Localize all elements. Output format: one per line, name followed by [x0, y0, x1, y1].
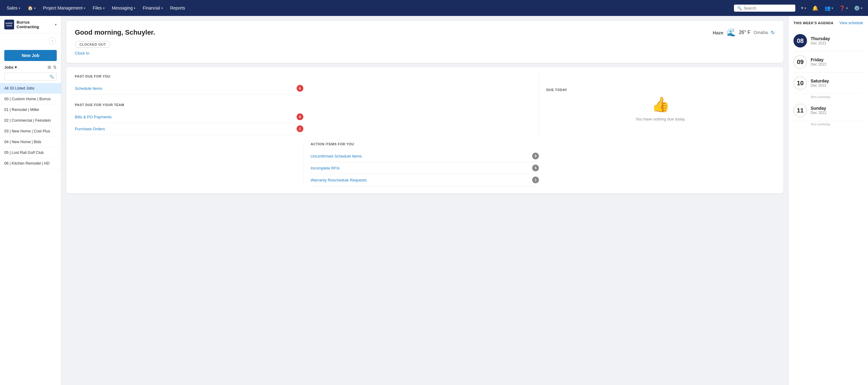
bell-icon: 🔔: [812, 5, 818, 11]
agenda-day-circle-1: 09: [794, 55, 807, 69]
top-navigation: Sales ▾ 🏠 ▾ Project Management ▾ Files ▾…: [0, 0, 868, 16]
past-due-team-title: PAST DUE FOR YOUR TEAM: [75, 103, 303, 107]
unconfirmed-schedule-link[interactable]: Unconfirmed Schedule Items: [311, 154, 362, 158]
incomplete-rfis-row: Incomplete RFIs 5: [311, 162, 539, 174]
dashboard-card: PAST DUE FOR YOU Schedule Items 6 PAST D…: [66, 67, 783, 193]
job-list-item-0[interactable]: All 33 Listed Jobs: [0, 83, 61, 94]
bills-po-payments-link[interactable]: Bills & PO Payments: [75, 115, 112, 119]
agenda-header: THIS WEEK'S AGENDA View schedule: [794, 21, 863, 26]
messaging-chevron-icon: ▾: [134, 6, 135, 10]
agenda-panel: THIS WEEK'S AGENDA View schedule 08Thurs…: [788, 16, 868, 385]
jobs-dropdown[interactable]: Jobs ▾: [4, 65, 17, 70]
incomplete-rfis-link[interactable]: Incomplete RFIs: [311, 166, 340, 170]
agenda-day-2[interactable]: 10SaturdayDec 2022Non-workday: [794, 73, 863, 99]
jobs-filter-row: Jobs ▾ ⊞ ⇅: [0, 63, 61, 71]
greeting-top: Good morning, Schuyler. Haze 🌊 26° F Oma…: [75, 28, 775, 37]
financial-chevron-icon: ▾: [161, 6, 163, 10]
filter-icons: ⊞ ⇅: [48, 65, 57, 70]
search-icon: 🔍: [737, 6, 742, 10]
add-button[interactable]: + ▾: [799, 4, 808, 12]
settings-button[interactable]: ⚙️ ▾: [852, 4, 864, 12]
schedule-items-link[interactable]: Schedule Items: [75, 86, 102, 91]
nav-project-management[interactable]: Project Management ▾: [40, 4, 88, 12]
jobs-search-icon: 🔍: [50, 74, 54, 79]
warranty-reschedule-link[interactable]: Warranty Reschedule Requests: [311, 178, 367, 182]
warranty-reschedule-row: Warranty Reschedule Requests 1: [311, 174, 539, 186]
new-job-button[interactable]: New Job: [4, 50, 57, 61]
job-list-item-4[interactable]: 03 | New Home | Cost Plus: [0, 126, 61, 137]
agenda-day-name-2: Saturday: [811, 78, 829, 84]
team-button[interactable]: 👥 ▾: [823, 4, 835, 12]
nav-messaging[interactable]: Messaging ▾: [109, 4, 138, 12]
agenda-day-name-1: Friday: [811, 57, 826, 62]
company-chevron-icon[interactable]: ▾: [55, 23, 57, 27]
sort-icon[interactable]: ⇅: [53, 65, 57, 70]
agenda-day-circle-3: 11: [794, 104, 807, 117]
help-icon: ❓: [839, 5, 845, 11]
nav-actions: + ▾ 🔔 👥 ▾ ❓ ▾ ⚙️ ▾: [799, 4, 864, 12]
jobs-search-bar[interactable]: 🔍: [4, 73, 57, 81]
job-list-item-7[interactable]: 06 | Kitchen Remodel | HD: [0, 158, 61, 169]
bills-po-payments-row: Bills & PO Payments 4: [75, 111, 303, 123]
team-chevron-icon: ▾: [832, 6, 833, 10]
home-chevron-icon: ▾: [34, 6, 36, 10]
agenda-day-row-1: 09FridayDec 2022: [794, 52, 863, 73]
refresh-icon[interactable]: ↻: [771, 30, 775, 36]
nav-files[interactable]: Files ▾: [90, 4, 107, 12]
action-items-section: ACTION ITEMS FOR YOU Unconfirmed Schedul…: [311, 142, 539, 186]
content-area: Good morning, Schuyler. Haze 🌊 26° F Oma…: [61, 16, 788, 385]
divider-2: [75, 142, 303, 186]
weather-label: Haze: [713, 30, 723, 35]
purchase-orders-link[interactable]: Purchase Orders: [75, 127, 105, 131]
help-button[interactable]: ❓ ▾: [837, 4, 849, 12]
filter-icon[interactable]: ⊞: [48, 65, 51, 70]
weather-temperature: 26° F: [739, 30, 750, 35]
agenda-day-3[interactable]: 11SundayDec 2022Non-workday: [794, 100, 863, 126]
agenda-day-1[interactable]: 09FridayDec 2022: [794, 52, 863, 73]
job-list-item-3[interactable]: 02 | Commercial | Feinstein: [0, 115, 61, 126]
sidebar-collapse-button[interactable]: ‹: [49, 37, 56, 44]
search-bar[interactable]: 🔍: [734, 5, 795, 12]
past-due-section: PAST DUE FOR YOU Schedule Items 6 PAST D…: [75, 74, 303, 135]
due-today-section: DUE TODAY 👍 You have nothing due today.: [546, 74, 775, 135]
job-list-item-6[interactable]: 05 | Lost Rail Golf Club: [0, 148, 61, 158]
view-schedule-link[interactable]: View schedule: [839, 21, 863, 25]
nav-home[interactable]: 🏠 ▾: [25, 4, 39, 12]
non-workday-label-3: Non-workday: [811, 122, 863, 126]
clock-in-link[interactable]: Clock In: [75, 51, 775, 56]
agenda-day-name-3: Sunday: [811, 106, 826, 111]
job-list-item-5[interactable]: 04 | New Home | Bids: [0, 137, 61, 148]
agenda-day-date-0: Dec 2022: [811, 41, 830, 45]
help-chevron-icon: ▾: [846, 6, 848, 10]
agenda-day-circle-2: 10: [794, 76, 807, 90]
gear-icon: ⚙️: [854, 5, 860, 11]
unconfirmed-schedule-row: Unconfirmed Schedule Items 9: [311, 150, 539, 162]
agenda-day-0[interactable]: 08ThursdayDec 2022: [794, 30, 863, 52]
weather-city: Omaha: [753, 30, 768, 35]
nav-financial[interactable]: Financial ▾: [140, 4, 166, 12]
notifications-button[interactable]: 🔔: [810, 4, 820, 12]
schedule-items-badge: 6: [297, 85, 303, 92]
greeting-text: Good morning, Schuyler.: [75, 29, 155, 36]
sidebar-header: buildertrend Burrus Contracting ▾: [0, 16, 61, 33]
job-list: All 33 Listed Jobs00 | Custom Home | Bur…: [0, 83, 61, 385]
agenda-day-circle-0: 08: [794, 34, 807, 47]
due-today-title: DUE TODAY: [546, 88, 567, 92]
agenda-days: 08ThursdayDec 202209FridayDec 202210Satu…: [794, 30, 863, 126]
jobs-search-input[interactable]: [7, 74, 48, 79]
sales-chevron-icon: ▾: [19, 6, 20, 10]
job-list-item-2[interactable]: 01 | Remodel | Miller: [0, 104, 61, 115]
weather-icon: 🌊: [726, 28, 736, 37]
company-name: Burrus Contracting: [17, 20, 53, 29]
job-list-item-1[interactable]: 00 | Custom Home | Burrus: [0, 94, 61, 104]
nav-reports[interactable]: Reports: [167, 4, 188, 12]
settings-chevron-icon: ▾: [861, 6, 863, 10]
nav-sales[interactable]: Sales ▾: [4, 4, 23, 12]
clocked-out-badge: CLOCKED OUT: [75, 41, 111, 48]
due-today-empty-message: You have nothing due today.: [636, 117, 685, 121]
agenda-title: THIS WEEK'S AGENDA: [794, 21, 833, 26]
agenda-day-row-0: 08ThursdayDec 2022: [794, 30, 863, 52]
team-icon: 👥: [825, 5, 831, 11]
past-due-title: PAST DUE FOR YOU: [75, 74, 303, 78]
search-input[interactable]: [744, 6, 792, 10]
